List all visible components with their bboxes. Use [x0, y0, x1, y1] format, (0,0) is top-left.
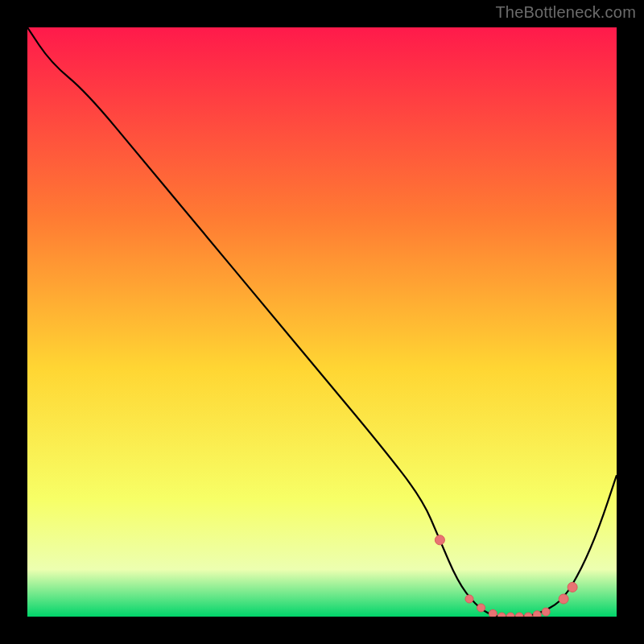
chart-svg [27, 27, 617, 617]
marker-dot [559, 594, 568, 604]
marker-dot [568, 582, 577, 592]
marker-dot [435, 535, 444, 545]
marker-dot [533, 611, 541, 617]
marker-dot [465, 595, 473, 603]
marker-dot [542, 608, 550, 616]
marker-dot [477, 604, 485, 612]
gradient-background [27, 27, 617, 617]
chart-container: TheBottleneck.com [0, 0, 644, 644]
plot-area [27, 27, 617, 617]
marker-dot [489, 609, 497, 617]
attribution-label: TheBottleneck.com [495, 3, 636, 22]
